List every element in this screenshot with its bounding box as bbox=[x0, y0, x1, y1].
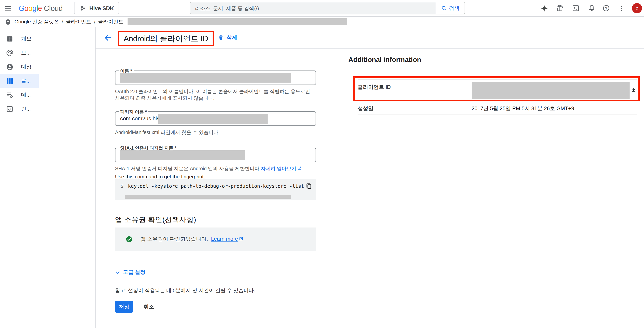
notifications-bell-icon[interactable] bbox=[588, 4, 596, 12]
search-icon bbox=[441, 5, 447, 11]
sidebar-item-overview[interactable]: 개요 bbox=[0, 32, 38, 46]
back-arrow-icon bbox=[103, 33, 112, 42]
command-output-redacted bbox=[125, 195, 290, 199]
svg-text:?: ? bbox=[605, 6, 607, 10]
external-link-icon bbox=[239, 236, 244, 241]
package-name-field[interactable]: 패키지 이름 * com.com2us.hivesdk bbox=[115, 111, 316, 126]
chevron-down-icon bbox=[115, 269, 120, 275]
sidebar-item-verification[interactable]: 인... bbox=[0, 102, 38, 116]
sidebar-item-audience[interactable]: 대상 bbox=[0, 60, 38, 74]
fingerprint-hint: Use this command to get the fingerprint. bbox=[115, 174, 205, 179]
ownership-learn-more-link[interactable]: Learn more bbox=[211, 236, 238, 242]
sidebar-item-label: 클... bbox=[21, 78, 31, 85]
copy-icon[interactable] bbox=[306, 183, 312, 190]
client-id-label: 클라이언트 ID bbox=[358, 84, 391, 91]
account-avatar[interactable]: p bbox=[632, 3, 642, 13]
overview-icon bbox=[6, 35, 14, 43]
delete-button-label: 삭제 bbox=[227, 34, 237, 41]
keytool-command-block: $ keytool -keystore path-to-debug-or-pro… bbox=[115, 179, 316, 200]
back-button[interactable] bbox=[103, 33, 112, 42]
sidebar-item-label: 데... bbox=[21, 92, 31, 99]
cloud-shell-icon[interactable] bbox=[572, 4, 580, 12]
gemini-sparkle-icon[interactable] bbox=[540, 4, 548, 12]
logo-letter: e bbox=[38, 4, 42, 13]
advanced-settings-toggle[interactable]: 고급 설정 bbox=[115, 269, 146, 276]
data-access-icon bbox=[6, 91, 14, 99]
ownership-status-panel: 앱 소유권이 확인되었습니다. Learn more bbox=[115, 227, 316, 251]
project-name: Hive SDK bbox=[89, 5, 114, 11]
account-circle-icon bbox=[6, 63, 14, 71]
logo-suffix: Cloud bbox=[44, 4, 62, 13]
ownership-heading: 앱 소유권 확인(선택사항) bbox=[115, 215, 196, 224]
advanced-settings-label: 고급 설정 bbox=[123, 269, 146, 276]
sidebar-item-label: 개요 bbox=[21, 35, 32, 42]
breadcrumb-root[interactable]: Google 인증 플랫폼 bbox=[14, 18, 59, 25]
sidebar-item-branding[interactable]: 브... bbox=[0, 46, 38, 60]
sidebar-item-data-access[interactable]: 데... bbox=[0, 88, 38, 102]
project-hexagons-icon bbox=[79, 5, 86, 12]
breadcrumb-level1[interactable]: 클라이언트 bbox=[66, 18, 91, 25]
client-id-redacted-value bbox=[472, 82, 630, 99]
avatar-initial: p bbox=[636, 5, 638, 11]
palette-icon bbox=[6, 49, 14, 57]
shell-prompt: $ bbox=[120, 183, 124, 189]
name-field-redacted-value bbox=[120, 73, 291, 83]
propagation-note: 참고: 설정이 적용되는 데 5분에서 몇 시간이 걸릴 수 있습니다. bbox=[115, 287, 255, 294]
package-name-helper: AndroidManifest.xml 파일에서 찾을 수 있습니다. bbox=[115, 129, 316, 136]
help-icon[interactable]: ? bbox=[602, 4, 610, 12]
package-name-redacted-suffix bbox=[158, 114, 268, 124]
name-field[interactable]: 이름 * bbox=[115, 70, 316, 85]
breadcrumb-redacted-client-name bbox=[128, 18, 347, 25]
sidebar-item-clients[interactable]: 클... bbox=[0, 74, 38, 88]
save-button[interactable]: 저장 bbox=[115, 301, 133, 313]
checkbox-icon bbox=[6, 105, 14, 113]
created-date-value: 2017년 5월 25일 PM 5시 31분 26초 GMT+9 bbox=[472, 105, 574, 112]
breadcrumb-separator: / bbox=[62, 19, 63, 25]
additional-info-heading: Additional information bbox=[348, 56, 421, 64]
hamburger-menu-icon[interactable] bbox=[4, 4, 12, 12]
page-title: Android의 클라이언트 ID bbox=[124, 33, 208, 44]
ownership-status-message: 앱 소유권이 확인되었습니다. bbox=[140, 236, 208, 242]
sidebar-item-label: 인... bbox=[21, 106, 31, 113]
created-date-label: 생성일 bbox=[358, 105, 374, 112]
logo-letter: g bbox=[32, 4, 36, 13]
sha1-helper: SHA-1 서명 인증서 디지털 지문은 Android 앱의 사용을 제한합니… bbox=[115, 165, 316, 172]
top-app-bar: Google Cloud Hive SDK 검색 ? bbox=[0, 0, 644, 17]
sidebar-item-label: 대상 bbox=[21, 63, 32, 70]
page: Google Cloud Hive SDK 검색 ? bbox=[0, 0, 644, 328]
logo-letter: l bbox=[36, 4, 38, 13]
cancel-button[interactable]: 취소 bbox=[140, 301, 157, 313]
learn-more-link[interactable]: 자세히 알아보기 bbox=[261, 166, 296, 171]
trash-icon bbox=[218, 34, 224, 41]
toolbar-divider bbox=[96, 48, 644, 49]
clients-grid-icon bbox=[6, 77, 14, 85]
project-selector-button[interactable]: Hive SDK bbox=[74, 2, 119, 14]
keytool-command: keytool -keystore path-to-debug-or-produ… bbox=[128, 183, 304, 189]
sha1-helper-text: SHA-1 서명 인증서 디지털 지문은 Android 앱의 사용을 제한합니… bbox=[115, 166, 261, 171]
logo-letter: o bbox=[28, 4, 32, 13]
logo-letter: o bbox=[24, 4, 28, 13]
page-title-annotation-box: Android의 클라이언트 ID bbox=[118, 31, 214, 46]
sha1-redacted-value bbox=[120, 150, 245, 160]
sidebar-item-label: 브... bbox=[21, 49, 31, 56]
table-divider bbox=[358, 79, 636, 80]
left-nav: 개요 브... 대상 클... 데... 인... bbox=[0, 27, 96, 328]
offers-gift-icon[interactable] bbox=[556, 4, 564, 12]
breadcrumb-level2: 클라이언트: bbox=[98, 18, 125, 25]
name-field-helper: OAuth 2.0 클라이언트의 이름입니다. 이 이름은 콘솔에서 클라이언트… bbox=[115, 88, 316, 101]
verified-check-icon bbox=[126, 236, 132, 243]
logo-letter: G bbox=[19, 4, 24, 13]
breadcrumb-separator: / bbox=[94, 19, 95, 25]
download-icon[interactable] bbox=[630, 87, 637, 95]
search-bar: 검색 bbox=[190, 2, 465, 14]
breadcrumb: Google 인증 플랫폼 / 클라이언트 / 클라이언트: bbox=[0, 17, 644, 27]
sha1-field[interactable]: SHA-1 인증서 디지털 지문 * bbox=[115, 148, 316, 162]
google-cloud-logo[interactable]: Google Cloud bbox=[19, 0, 62, 17]
delete-button[interactable]: 삭제 bbox=[218, 34, 237, 41]
search-button[interactable]: 검색 bbox=[436, 2, 464, 14]
search-button-label: 검색 bbox=[449, 5, 460, 12]
more-vert-icon[interactable] bbox=[618, 4, 626, 12]
auth-platform-shield-icon bbox=[5, 18, 11, 25]
external-link-icon bbox=[297, 166, 302, 171]
search-input[interactable] bbox=[190, 2, 436, 14]
